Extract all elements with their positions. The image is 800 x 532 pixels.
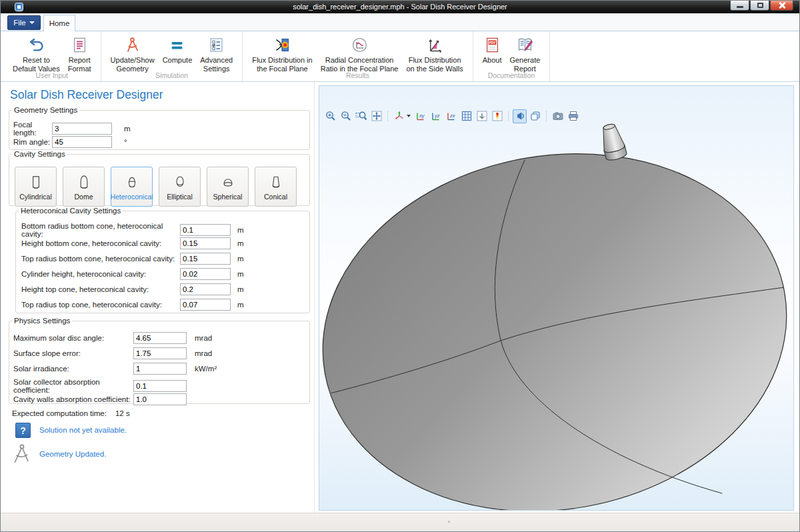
scene-light-icon	[514, 110, 526, 122]
cavity-option-cylindrical[interactable]: Cylindrical	[15, 167, 57, 207]
help-icon[interactable]: ?	[15, 423, 31, 438]
cylinder-height-input[interactable]	[180, 268, 231, 280]
zoom-out-icon	[340, 110, 352, 122]
zoom-extents-button[interactable]	[369, 109, 383, 123]
computation-time: Expected computation time:12 s	[12, 409, 130, 417]
update-show-geometry-button[interactable]: Update/Show Geometry	[107, 35, 159, 73]
ribbon-group-label: Results	[243, 71, 472, 79]
transparency-icon	[529, 110, 541, 122]
button-label: Update/Show Geometry	[111, 56, 155, 73]
cavity-option-heteroconical[interactable]: Heteroconical	[111, 167, 153, 207]
graphics-panel: xy yz zx	[319, 85, 794, 511]
tab-home-label: Home	[49, 19, 70, 27]
button-label: Report Format	[68, 56, 91, 73]
solar-collector-absorption-input[interactable]	[133, 380, 187, 392]
zoom-in-button[interactable]	[323, 109, 337, 123]
minimize-button[interactable]	[730, 1, 749, 11]
heteroconical-settings-group: Heteroconical Cavity Settings Bottom rad…	[15, 207, 310, 313]
field-row: Focal length: m	[13, 121, 131, 137]
svg-text:xy: xy	[419, 113, 425, 119]
page-title: Solar Dish Receiver Designer	[10, 88, 163, 102]
scene-light-button[interactable]	[513, 109, 527, 123]
maximize-button[interactable]	[750, 1, 769, 11]
height-bottom-cone-input[interactable]	[180, 237, 231, 249]
cavity-option-conical[interactable]: Conical	[255, 167, 297, 207]
bottom-radius-bottom-cone-input[interactable]	[180, 224, 231, 236]
max-solar-disc-angle-input[interactable]	[133, 332, 187, 344]
cavity-option-spherical[interactable]: Spherical	[207, 167, 249, 207]
field-label: Height bottom cone, heteroconical cavity…	[21, 239, 180, 247]
color-legend-button[interactable]	[490, 109, 504, 123]
advanced-settings-button[interactable]: Advanced Settings	[196, 35, 237, 73]
cavity-option-dome[interactable]: Dome	[63, 167, 105, 207]
field-label: Focal length:	[13, 121, 52, 137]
field-unit: kW/m²	[195, 365, 217, 373]
cylindrical-cavity-icon	[26, 173, 46, 192]
go-to-xy-view-button[interactable]: xy	[413, 109, 427, 123]
conical-cavity-icon	[266, 173, 286, 192]
title-bar[interactable]: solar_dish_receiver_designer.mph - Solar…	[1, 1, 799, 13]
minimize-icon	[737, 6, 743, 8]
toolbar-separator	[546, 111, 547, 121]
screenshot-button[interactable]	[551, 109, 565, 123]
field-unit: m	[237, 239, 244, 247]
ribbon-group-results: Flux Distribution in the Focal Plane Rad…	[243, 31, 473, 81]
ribbon-group-user-input: Reset to Default Values Report Format Us…	[3, 31, 101, 81]
ribbon-buttons: PDF About Generate Report	[479, 35, 545, 71]
cavity-option-label: Conical	[264, 193, 287, 201]
reset-to-default-values-button[interactable]: Reset to Default Values	[9, 35, 64, 73]
ribbon-buttons: Flux Distribution in the Focal Plane Rad…	[248, 35, 467, 71]
go-to-yz-view-button[interactable]: yz	[429, 109, 443, 123]
cavity-walls-absorption-input[interactable]	[133, 393, 187, 405]
toolbar-separator	[387, 111, 388, 121]
field-row: Maximum solar disc angle: mrad	[13, 332, 212, 344]
focal-length-input[interactable]	[52, 123, 112, 135]
3d-scene[interactable]	[319, 86, 793, 510]
show-grid-button[interactable]	[459, 109, 473, 123]
status-bar	[1, 513, 799, 531]
field-unit: m	[237, 255, 244, 263]
top-radius-bottom-cone-input[interactable]	[180, 253, 231, 265]
toolbar-separator	[508, 111, 509, 121]
surface-slope-error-input[interactable]	[133, 347, 187, 359]
dome-cavity-icon	[74, 173, 94, 192]
field-label: Maximum solar disc angle:	[13, 334, 133, 342]
button-label: Reset to Default Values	[13, 56, 60, 73]
print-button[interactable]	[566, 109, 580, 123]
geometry-compass-icon	[123, 36, 141, 54]
field-row: Solar irradiance: kW/m²	[13, 363, 217, 375]
elliptical-cavity-icon	[170, 173, 190, 192]
tab-home[interactable]: Home	[43, 15, 75, 31]
camera-icon	[552, 110, 564, 122]
view-menu-button[interactable]	[392, 109, 412, 123]
file-menu-label: File	[13, 19, 26, 27]
about-button[interactable]: PDF About	[479, 35, 506, 65]
cavity-option-elliptical[interactable]: Elliptical	[159, 167, 201, 207]
height-top-cone-input[interactable]	[180, 283, 231, 295]
report-format-button[interactable]: Report Format	[64, 35, 95, 73]
button-label: Compute	[163, 56, 193, 65]
go-to-zx-view-button[interactable]: zx	[444, 109, 458, 123]
radial-concentration-ratio-button[interactable]: Radial Concentration Ratio in the Focal …	[317, 35, 403, 73]
geometry-settings-group: Geometry Settings Focal length: m Rim an…	[9, 106, 310, 150]
generate-report-button[interactable]: Generate Report	[505, 35, 544, 73]
rim-angle-input[interactable]	[52, 136, 112, 148]
field-label: Solar irradiance:	[13, 365, 133, 373]
cavity-options: Cylindrical Dome Heteroconical Elliptica…	[15, 167, 297, 207]
settings-checklist-icon	[207, 36, 225, 54]
solar-irradiance-input[interactable]	[133, 363, 187, 375]
flux-distribution-side-walls-button[interactable]: Flux Distribution on the Side Walls	[402, 35, 467, 73]
field-row: Top radius top cone, heteroconical cavit…	[21, 299, 244, 311]
flux-distribution-focal-plane-button[interactable]: Flux Distribution in the Focal Plane	[248, 35, 316, 73]
field-row: Bottom radius bottom cone, heteroconical…	[21, 222, 244, 238]
top-radius-top-cone-input[interactable]	[180, 299, 231, 311]
file-menu-button[interactable]: File	[7, 15, 41, 30]
field-label: Cavity walls absorption coefficient:	[13, 395, 133, 403]
compute-button[interactable]: Compute	[159, 35, 197, 65]
field-label: Height top cone, heteroconical cavity:	[21, 285, 180, 293]
zoom-out-button[interactable]	[339, 109, 353, 123]
zoom-box-button[interactable]	[354, 109, 368, 123]
transparency-button[interactable]	[528, 109, 542, 123]
default-view-button[interactable]	[475, 109, 489, 123]
close-button[interactable]	[770, 1, 793, 11]
